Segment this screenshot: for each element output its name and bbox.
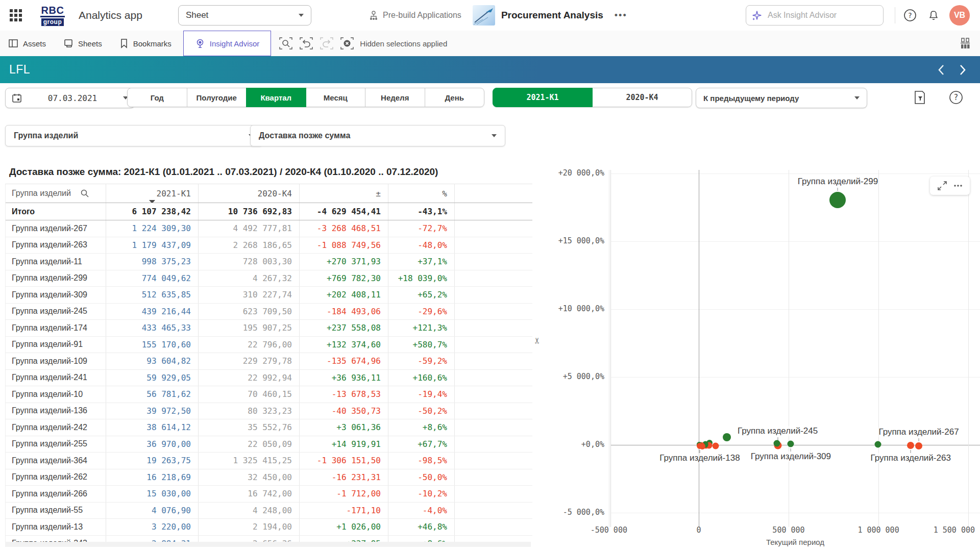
row-label[interactable]: Группа изделий-91 <box>6 337 106 353</box>
cell-delta[interactable]: -3 268 468,51 <box>300 220 388 237</box>
chart-more-menu-icon[interactable] <box>953 184 963 187</box>
undo-selection-icon[interactable] <box>299 36 314 51</box>
cell-current[interactable]: 774 049,62 <box>106 270 199 287</box>
cell-delta[interactable]: -1 088 749,56 <box>300 237 388 254</box>
cell-current[interactable]: 4 076,90 <box>106 503 199 519</box>
cell-pct[interactable]: -4,0% <box>388 503 455 519</box>
cell-previous[interactable]: 195 907,25 <box>199 320 300 336</box>
cell-current[interactable]: 439 216,44 <box>106 304 199 320</box>
cell-pct[interactable]: -59,2% <box>388 353 455 369</box>
row-label[interactable]: Группа изделий-266 <box>6 486 106 502</box>
scatter-point[interactable] <box>875 441 881 448</box>
horizontal-scrollbar[interactable] <box>5 542 531 547</box>
expand-chart-icon[interactable] <box>937 181 947 191</box>
cell-delta[interactable]: +132 374,60 <box>300 337 388 353</box>
row-label[interactable]: Группа изделий-11 <box>6 254 106 270</box>
cell-delta[interactable]: -171,10 <box>300 503 388 519</box>
cell-current[interactable]: 19 263,75 <box>106 453 199 469</box>
cell-delta[interactable]: +202 408,11 <box>300 287 388 303</box>
cell-current[interactable]: 59 929,05 <box>106 370 199 386</box>
scatter-point[interactable] <box>829 192 846 208</box>
cell-pct[interactable]: +160,6% <box>388 370 455 386</box>
cell-delta[interactable]: +270 371,93 <box>300 254 388 270</box>
search-icon[interactable] <box>80 189 89 198</box>
cell-previous[interactable]: 22 050,09 <box>199 436 300 453</box>
cell-previous[interactable]: 4 267,32 <box>199 270 300 287</box>
row-label[interactable]: Группа изделий-267 <box>6 220 106 237</box>
cell-pct[interactable]: +121,3% <box>388 320 455 336</box>
cell-pct[interactable]: -29,6% <box>388 304 455 320</box>
cell-previous[interactable]: 4 248,00 <box>199 503 300 519</box>
cell-pct[interactable]: +65,2% <box>388 287 455 303</box>
row-label[interactable]: Группа изделий-55 <box>6 503 106 519</box>
column-header-current[interactable]: 2021-К1 <box>106 184 199 203</box>
measure-select[interactable]: Доставка позже сумма <box>250 125 505 146</box>
cell-delta[interactable]: -184 493,06 <box>300 304 388 320</box>
cell-previous[interactable]: 32 450,00 <box>199 469 300 486</box>
cell-current[interactable]: 39 972,50 <box>106 403 199 419</box>
cell-current[interactable]: 38 614,12 <box>106 419 199 436</box>
row-label[interactable]: Группа изделий-174 <box>6 320 106 336</box>
row-label[interactable]: Группа изделий-263 <box>6 237 106 254</box>
sheets-button[interactable]: Sheets <box>55 31 111 56</box>
cell-pct[interactable]: +18 039,0% <box>388 270 455 287</box>
scatter-point[interactable] <box>907 442 914 449</box>
row-label[interactable]: Группа изделий-245 <box>6 304 106 320</box>
cell-pct[interactable]: -10,2% <box>388 486 455 502</box>
cell-delta[interactable]: -135 674,96 <box>300 353 388 369</box>
cell-previous[interactable]: 310 227,74 <box>199 287 300 303</box>
cell-current[interactable]: 93 604,82 <box>106 353 199 369</box>
cell-current[interactable]: 1 179 437,09 <box>106 237 199 254</box>
cell-previous[interactable]: 70 460,15 <box>199 386 300 403</box>
cell-current[interactable]: 56 781,62 <box>106 386 199 403</box>
row-label[interactable]: Группа изделий-309 <box>6 287 106 303</box>
column-header-pct[interactable]: % <box>388 184 455 203</box>
insight-advisor-search[interactable] <box>746 5 884 26</box>
cell-previous[interactable]: 22 796,00 <box>199 337 300 353</box>
scatter-point[interactable] <box>773 440 780 446</box>
cell-previous[interactable]: 229 279,78 <box>199 353 300 369</box>
cell-pct[interactable]: -50,0% <box>388 469 455 486</box>
cell-pct[interactable]: +8,6% <box>388 419 455 436</box>
row-label[interactable]: Группа изделий-255 <box>6 436 106 453</box>
prebuild-applications-link[interactable]: Pre-build Applications <box>369 10 461 20</box>
cell-delta[interactable]: -40 350,73 <box>300 403 388 419</box>
cell-pct[interactable]: -98,5% <box>388 453 455 469</box>
scatter-point[interactable] <box>788 441 794 447</box>
assets-button[interactable]: Assets <box>0 31 55 56</box>
cell-delta[interactable]: +769 782,30 <box>300 270 388 287</box>
cell-current[interactable]: 155 170,60 <box>106 337 199 353</box>
insight-advisor-button[interactable]: Insight Advisor <box>183 31 272 56</box>
cell-previous[interactable]: 2 194,00 <box>199 519 300 535</box>
scatter-point[interactable] <box>697 443 703 449</box>
cell-delta[interactable]: -13 678,53 <box>300 386 388 403</box>
cell-previous[interactable]: 623 709,50 <box>199 304 300 320</box>
cell-previous[interactable]: 22 992,94 <box>199 370 300 386</box>
cell-pct[interactable]: +580,7% <box>388 337 455 353</box>
cell-pct[interactable]: -19,4% <box>388 386 455 403</box>
cell-current[interactable]: 16 218,69 <box>106 469 199 486</box>
cell-current[interactable]: 36 970,00 <box>106 436 199 453</box>
cell-delta[interactable]: +237 558,08 <box>300 320 388 336</box>
notifications-bell-icon[interactable] <box>926 8 941 23</box>
row-label[interactable]: Группа изделий-136 <box>6 403 106 419</box>
cell-pct[interactable]: +46,8% <box>388 519 455 535</box>
period-button[interactable]: Квартал <box>246 88 306 107</box>
cell-pct[interactable]: +67,7% <box>388 436 455 453</box>
cell-previous[interactable]: 728 003,30 <box>199 254 300 270</box>
cell-previous[interactable]: 80 323,23 <box>199 403 300 419</box>
period-button[interactable]: Месяц <box>306 88 366 107</box>
cell-previous[interactable]: 1 325 415,25 <box>199 453 300 469</box>
cell-pct[interactable]: -48,0% <box>388 237 455 254</box>
app-thumbnail[interactable] <box>473 5 495 26</box>
cell-pct[interactable]: +37,1% <box>388 254 455 270</box>
scatter-point[interactable] <box>915 442 922 449</box>
cell-previous[interactable]: 35 552,76 <box>199 419 300 436</box>
period-button[interactable]: Полугодие <box>187 88 247 107</box>
cell-delta[interactable]: +36 936,11 <box>300 370 388 386</box>
panel-resize-scissors-icon[interactable]: ✂ <box>532 337 542 344</box>
cell-pct[interactable]: -72,7% <box>388 220 455 237</box>
redo-selection-icon[interactable] <box>319 36 334 51</box>
period-button[interactable]: Год <box>127 88 187 107</box>
period-button[interactable]: День <box>425 88 485 107</box>
